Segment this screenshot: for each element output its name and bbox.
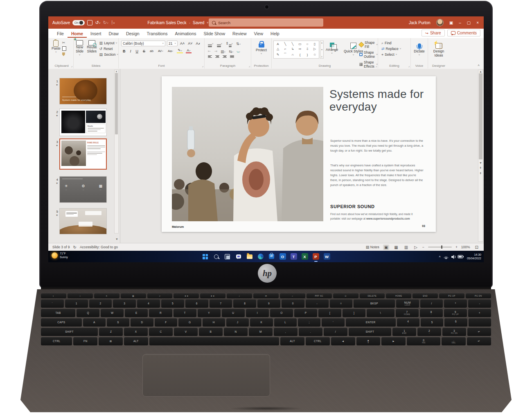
key-caps[interactable]: CAPS (41, 318, 82, 327)
key--[interactable]: . (299, 328, 322, 336)
shape-icon[interactable]: ∩ (291, 53, 294, 57)
slide-thumbnail-4[interactable]: ✳—⚙—▦— (59, 176, 107, 203)
key-4[interactable]: 4 (137, 300, 160, 308)
chat-icon[interactable] (235, 253, 242, 260)
tab-help[interactable]: Help (267, 30, 283, 38)
key--[interactable]: ✉ (253, 293, 279, 298)
search-icon[interactable] (213, 253, 220, 260)
section-button[interactable]: ▤Section˅ (99, 52, 118, 57)
tab-design[interactable]: Design (122, 30, 143, 38)
italic-button[interactable]: I (129, 49, 132, 53)
zoom-slider[interactable] (428, 247, 452, 247)
key--[interactable]: ▲▼ (356, 337, 381, 345)
key-pg-dn[interactable]: PG DN (466, 293, 491, 298)
key--[interactable]: ' (322, 318, 344, 327)
text-direction-button[interactable]: ⇅˅ (236, 42, 241, 46)
undo-icon[interactable]: ↺˅ (95, 20, 100, 25)
tab-animations[interactable]: Animations (171, 30, 200, 38)
key--[interactable]: = (330, 300, 353, 308)
accessibility-status[interactable]: Accessibility: Good to go (80, 245, 118, 249)
design-ideas-button[interactable]: Design Ideas (428, 38, 449, 58)
edge-icon[interactable] (257, 253, 264, 260)
shape-icon[interactable]: ⇩ (306, 47, 309, 51)
key-w[interactable]: W (101, 309, 124, 317)
replace-button[interactable]: ⇄Replace˅ (381, 47, 410, 51)
key-5[interactable]: 5 (161, 300, 184, 308)
share-button[interactable]: ↪Share (422, 30, 444, 36)
key-5[interactable]: 5 (421, 318, 443, 327)
key-4-[interactable]: 4← (397, 318, 419, 327)
key-7-home[interactable]: 7HOME (396, 309, 419, 317)
tab-review[interactable]: Review (229, 30, 250, 38)
autosave-toggle[interactable]: On (72, 20, 85, 25)
find-button[interactable]: ⌕Find (381, 41, 410, 45)
key-shift[interactable]: SHIFT (41, 328, 98, 336)
shape-icon[interactable]: ▭ (298, 42, 302, 46)
slideshow-button[interactable]: ▷ (413, 245, 419, 250)
drawing-dialog-launcher-icon[interactable]: ⌟ (376, 64, 377, 68)
line-spacing-button[interactable]: ⇕˅ (225, 41, 233, 47)
key--[interactable]: ► (381, 337, 406, 345)
key-l[interactable]: L (274, 318, 297, 327)
key-z[interactable]: Z (99, 328, 123, 336)
key-8-[interactable]: 8↑ (420, 309, 443, 317)
shape-icon[interactable]: } (307, 53, 308, 57)
key-f[interactable]: F (155, 318, 177, 327)
tab-file[interactable]: File (53, 30, 68, 38)
key-num-lock[interactable]: NUMLOCK (396, 300, 419, 308)
key-home[interactable]: HOME (386, 293, 411, 298)
key-g[interactable]: G (178, 318, 201, 327)
key-2-[interactable]: 2↓ (417, 328, 441, 336)
slide-body-paragraph-2[interactable]: That's why our engineers have crafted a … (330, 163, 424, 188)
restore-button[interactable]: ▢ (467, 20, 471, 25)
key--[interactable]: ☀ (94, 293, 119, 298)
character-spacing-button[interactable]: AV˅ (157, 49, 164, 53)
slide-sorter-view-button[interactable]: ▦ (393, 245, 399, 250)
key-6[interactable]: 6 (185, 300, 208, 308)
key-9-pg-up[interactable]: 9PG UP (444, 309, 467, 317)
reuse-slides-button[interactable]: Reuse Slides (86, 38, 98, 57)
key--[interactable]: ◐ (41, 293, 66, 298)
highlight-color-button[interactable]: ✎˅ (177, 49, 183, 53)
key-alt[interactable]: ALT (124, 337, 148, 345)
key--[interactable]: ` (41, 300, 64, 308)
zoom-slider-thumb[interactable] (441, 245, 443, 249)
key-b[interactable]: B (199, 328, 223, 336)
key-enter[interactable]: ENTER (346, 318, 396, 327)
key-m[interactable]: M (249, 328, 273, 336)
decrease-indent-button[interactable]: ⇤ (208, 50, 211, 53)
select-button[interactable]: ⌖Select˅ (381, 52, 410, 57)
shape-fill-button[interactable]: Shape Fill˅ (359, 41, 378, 49)
key--[interactable]: [ (318, 309, 341, 317)
key-j[interactable]: J (226, 318, 249, 327)
shape-icon[interactable]: △ (277, 47, 279, 51)
font-size-select[interactable]: 21˅ (167, 41, 178, 46)
shape-icon[interactable]: ▷ (313, 47, 316, 51)
key-c[interactable]: C (149, 328, 173, 336)
reset-button[interactable]: ↺Reset (99, 47, 118, 51)
key-blank[interactable] (469, 318, 491, 327)
key-blank[interactable] (149, 337, 279, 345)
key-3[interactable]: 3 (113, 300, 136, 308)
key-ctrl[interactable]: CTRL (306, 337, 330, 345)
key-8[interactable]: 8 (233, 300, 256, 308)
shape-icon[interactable]: ▯ (314, 42, 316, 46)
shape-icon[interactable]: ╲ (284, 42, 286, 46)
slide-thumbnail-3[interactable]: FANS RULE (59, 138, 107, 170)
font-dialog-launcher-icon[interactable]: ⌟ (202, 64, 203, 68)
key-e[interactable]: E (125, 309, 148, 317)
scrollbar-thumb[interactable] (479, 73, 482, 159)
store-icon[interactable] (268, 253, 275, 260)
key--[interactable]: - (468, 300, 491, 308)
normal-view-button[interactable]: ▣ (383, 245, 389, 250)
align-text-button[interactable]: ⇆˅ (229, 49, 233, 54)
slide-body-paragraph-3[interactable]: Find out more about how we've miniaturiz… (330, 212, 424, 221)
key-v[interactable]: V (174, 328, 198, 336)
align-left-button[interactable] (208, 55, 212, 58)
shape-icon[interactable]: ○ (307, 42, 309, 46)
tab-draw[interactable]: Draw (105, 30, 122, 38)
slide-canvas[interactable]: Systems made for everyday Superior sound… (162, 76, 436, 232)
key--[interactable]: , (274, 328, 298, 336)
key-u[interactable]: U (222, 309, 245, 317)
key-end[interactable]: END (413, 293, 438, 298)
